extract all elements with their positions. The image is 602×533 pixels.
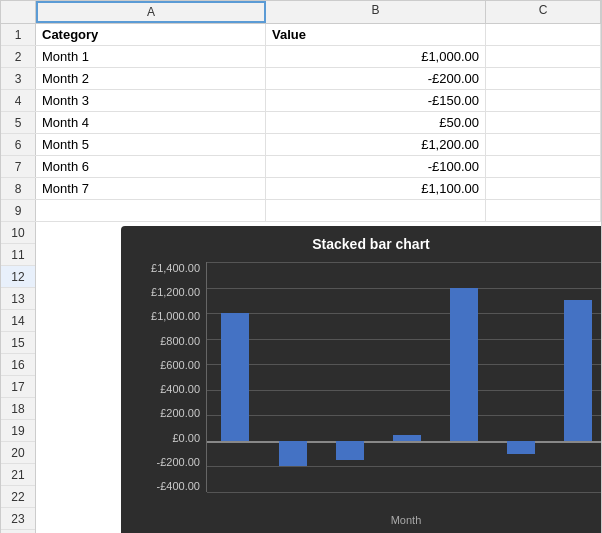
table-row[interactable]: 5 Month 4 £50.00 — [1, 112, 601, 134]
bar — [507, 441, 535, 454]
chart-section-wrapper: 1011121314151617181920212223Stacked bar … — [1, 222, 601, 533]
cell-a[interactable]: Month 2 — [36, 68, 266, 89]
row-number: 18 — [1, 398, 35, 420]
chart-bars-area: Month 1Month 2Month 3Month 4Month 5Month… — [206, 262, 602, 492]
col-header-c[interactable]: C — [486, 1, 601, 23]
y-axis-label: -£400.00 — [136, 480, 200, 492]
cell-a[interactable] — [36, 200, 266, 221]
y-axis-label: £1,400.00 — [136, 262, 200, 274]
y-axis: £1,400.00£1,200.00£1,000.00£800.00£600.0… — [136, 262, 206, 492]
row-number: 9 — [1, 200, 36, 221]
y-axis-label: £400.00 — [136, 383, 200, 395]
row-number: 22 — [1, 486, 35, 508]
cell-b[interactable] — [266, 200, 486, 221]
cell-b[interactable]: £1,200.00 — [266, 134, 486, 155]
row-number: 10 — [1, 222, 35, 244]
x-axis-label: Month — [206, 514, 602, 526]
y-axis-label: £1,000.00 — [136, 310, 200, 322]
cell-a[interactable]: Month 6 — [36, 156, 266, 177]
row-number: 5 — [1, 112, 36, 133]
chart-content-area: Stacked bar chart£1,400.00£1,200.00£1,00… — [36, 222, 602, 533]
table-row[interactable]: 9 — [1, 200, 601, 222]
cell-b[interactable]: £1,000.00 — [266, 46, 486, 67]
cell-c[interactable] — [486, 134, 601, 155]
bar — [393, 435, 421, 441]
table-row[interactable]: 4 Month 3 -£150.00 — [1, 90, 601, 112]
cell-b[interactable]: -£200.00 — [266, 68, 486, 89]
chart-title: Stacked bar chart — [136, 236, 602, 252]
row-number: 23 — [1, 508, 35, 530]
row-number: 19 — [1, 420, 35, 442]
chart-plot-area: £1,400.00£1,200.00£1,000.00£800.00£600.0… — [136, 262, 602, 492]
h-grid-line — [207, 492, 602, 493]
row-number: 20 — [1, 442, 35, 464]
cell-a[interactable]: Category — [36, 24, 266, 45]
cell-b[interactable]: -£150.00 — [266, 90, 486, 111]
cell-a[interactable]: Month 5 — [36, 134, 266, 155]
y-axis-label: £600.00 — [136, 359, 200, 371]
cell-c[interactable] — [486, 68, 601, 89]
row-number: 6 — [1, 134, 36, 155]
table-row[interactable]: 6 Month 5 £1,200.00 — [1, 134, 601, 156]
bar — [450, 288, 478, 441]
table-row[interactable]: 7 Month 6 -£100.00 — [1, 156, 601, 178]
bar — [336, 441, 364, 460]
table-row[interactable]: 8 Month 7 £1,100.00 — [1, 178, 601, 200]
table-row[interactable]: 1 Category Value — [1, 24, 601, 46]
row-number: 14 — [1, 310, 35, 332]
table-row[interactable]: 2 Month 1 £1,000.00 — [1, 46, 601, 68]
row-number: 4 — [1, 90, 36, 111]
cell-c[interactable] — [486, 112, 601, 133]
cell-a[interactable]: Month 7 — [36, 178, 266, 199]
row-number: 2 — [1, 46, 36, 67]
row-number: 13 — [1, 288, 35, 310]
y-axis-label: £1,200.00 — [136, 286, 200, 298]
cell-c[interactable] — [486, 200, 601, 221]
col-header-b[interactable]: B — [266, 1, 486, 23]
cell-c[interactable] — [486, 90, 601, 111]
cell-b[interactable]: £1,100.00 — [266, 178, 486, 199]
y-axis-label: -£200.00 — [136, 456, 200, 468]
cell-c[interactable] — [486, 156, 601, 177]
y-axis-label: £0.00 — [136, 432, 200, 444]
row-number: 11 — [1, 244, 35, 266]
cell-a[interactable]: Month 1 — [36, 46, 266, 67]
y-axis-label: £800.00 — [136, 335, 200, 347]
corner-header — [1, 1, 36, 23]
cell-c[interactable] — [486, 178, 601, 199]
col-header-a[interactable]: A — [36, 1, 266, 23]
bars-container: Month 1Month 2Month 3Month 4Month 5Month… — [207, 262, 602, 492]
cell-a[interactable]: Month 3 — [36, 90, 266, 111]
bar — [279, 441, 307, 467]
table-row[interactable]: 3 Month 2 -£200.00 — [1, 68, 601, 90]
row-number: 12 — [1, 266, 35, 288]
row-number: 3 — [1, 68, 36, 89]
chart-section: 1011121314151617181920212223Stacked bar … — [1, 222, 601, 533]
data-rows: 1 Category Value 2 Month 1 £1,000.00 3 M… — [1, 24, 601, 222]
column-headers: A B C — [1, 1, 601, 24]
row-number: 8 — [1, 178, 36, 199]
row-number: 16 — [1, 354, 35, 376]
cell-b[interactable]: £50.00 — [266, 112, 486, 133]
cell-c[interactable] — [486, 24, 601, 45]
bar — [564, 300, 592, 441]
row-number: 15 — [1, 332, 35, 354]
row-number: 17 — [1, 376, 35, 398]
row-number: 21 — [1, 464, 35, 486]
cell-c[interactable] — [486, 46, 601, 67]
bar — [221, 313, 249, 441]
spreadsheet: A B C 1 Category Value 2 Month 1 £1,000.… — [0, 0, 602, 533]
y-axis-label: £200.00 — [136, 407, 200, 419]
cell-b[interactable]: -£100.00 — [266, 156, 486, 177]
cell-b[interactable]: Value — [266, 24, 486, 45]
row-number: 1 — [1, 24, 36, 45]
chart-row-numbers: 1011121314151617181920212223 — [1, 222, 36, 533]
bar-chart: Stacked bar chart£1,400.00£1,200.00£1,00… — [121, 226, 602, 533]
row-number: 7 — [1, 156, 36, 177]
cell-a[interactable]: Month 4 — [36, 112, 266, 133]
